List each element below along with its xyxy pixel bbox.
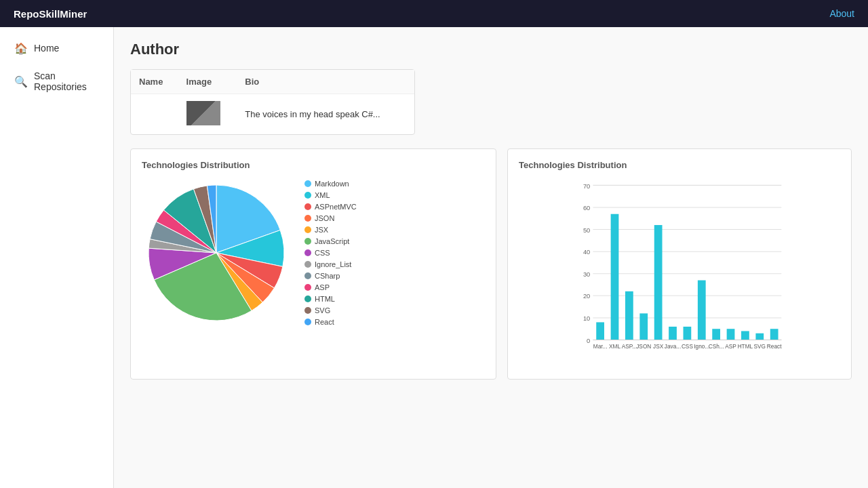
legend-label: ASPnetMVC: [315, 203, 357, 211]
svg-text:JSX: JSX: [653, 343, 664, 350]
legend-dot: [304, 284, 311, 291]
svg-rect-30: [698, 281, 706, 340]
svg-rect-38: [755, 333, 764, 340]
svg-rect-24: [654, 225, 663, 340]
bar-chart-box: Technologies Distribution 01020304050607…: [507, 148, 852, 380]
svg-text:ASP: ASP: [725, 343, 736, 350]
legend-dot: [304, 296, 311, 302]
sidebar-item-home[interactable]: 🏠 Home: [4, 35, 109, 61]
legend-label: JSON: [315, 214, 334, 222]
legend-item: React: [304, 318, 357, 326]
svg-text:CSh...: CSh...: [709, 343, 724, 350]
svg-rect-18: [611, 214, 619, 340]
legend-item: JSON: [304, 214, 357, 222]
bar-chart-svg: 010203040506070Mar...XMLASP...JSONJSXJav…: [519, 178, 840, 368]
legend-item: SVG: [304, 306, 357, 314]
col-image: Image: [178, 70, 237, 94]
svg-rect-16: [596, 322, 604, 340]
svg-text:30: 30: [583, 271, 590, 278]
author-image-cell: [178, 94, 237, 135]
pie-chart-title: Technologies Distribution: [142, 160, 485, 170]
legend-item: ASPnetMVC: [304, 203, 357, 211]
legend-item: HTML: [304, 295, 357, 303]
pie-chart-box: Technologies Distribution MarkdownXMLASP…: [130, 148, 496, 380]
legend-item: CSharp: [304, 272, 357, 280]
scan-icon: 🔍: [15, 75, 27, 87]
topbar: RepoSkillMiner About: [0, 0, 868, 27]
legend-label: CSS: [315, 249, 330, 257]
legend-dot: [304, 226, 311, 233]
bar-chart-title: Technologies Distribution: [519, 160, 840, 170]
author-image: [186, 101, 220, 125]
about-link[interactable]: About: [829, 8, 854, 19]
col-bio: Bio: [237, 70, 414, 94]
page-title: Author: [130, 41, 852, 58]
svg-rect-34: [727, 329, 735, 340]
legend-label: SVG: [315, 306, 330, 314]
legend-label: React: [315, 318, 334, 326]
svg-text:20: 20: [583, 293, 590, 300]
legend-item: CSS: [304, 249, 357, 257]
legend-label: CSharp: [315, 272, 340, 280]
legend-dot: [304, 272, 311, 279]
svg-text:HTML: HTML: [738, 343, 753, 350]
svg-text:JSON: JSON: [636, 343, 651, 350]
legend-label: Ignore_List: [315, 260, 351, 268]
svg-rect-20: [625, 291, 633, 340]
svg-text:40: 40: [583, 249, 590, 256]
legend-dot: [304, 238, 311, 245]
legend-label: Markdown: [315, 180, 349, 188]
legend-dot: [304, 180, 311, 187]
svg-text:Mar...: Mar...: [593, 343, 608, 350]
legend-label: XML: [315, 191, 330, 199]
svg-text:70: 70: [583, 183, 590, 190]
svg-text:SVG: SVG: [754, 343, 766, 350]
author-bio: The voices in my head speak C#...: [237, 94, 414, 135]
legend-dot: [304, 249, 311, 256]
bar-chart-area: 010203040506070Mar...XMLASP...JSONJSXJav…: [519, 178, 840, 368]
svg-text:60: 60: [583, 205, 590, 211]
content-area: Author Name Image Bio: [114, 27, 868, 488]
svg-text:Java...: Java...: [665, 343, 681, 350]
svg-text:React: React: [767, 343, 782, 350]
svg-text:Igno...: Igno...: [694, 343, 709, 350]
svg-text:ASP...: ASP...: [622, 343, 637, 350]
svg-rect-22: [639, 313, 648, 340]
svg-text:10: 10: [583, 315, 590, 322]
sidebar: 🏠 Home 🔍 Scan Repositories: [0, 27, 114, 488]
author-name: [131, 94, 178, 135]
main-layout: 🏠 Home 🔍 Scan Repositories Author Name I…: [0, 27, 868, 488]
legend-item: ASP: [304, 283, 357, 291]
svg-text:CSS: CSS: [682, 343, 694, 350]
legend-item: JavaScript: [304, 237, 357, 245]
sidebar-item-scan-label: Scan Repositories: [34, 70, 98, 92]
legend-item: Markdown: [304, 180, 357, 188]
sidebar-item-scan[interactable]: 🔍 Scan Repositories: [4, 64, 109, 99]
legend-dot: [304, 319, 311, 325]
author-row: The voices in my head speak C#...: [131, 94, 414, 135]
legend-item: XML: [304, 191, 357, 199]
pie-container: MarkdownXMLASPnetMVCJSONJSXJavaScriptCSS…: [142, 178, 485, 327]
app-brand: RepoSkillMiner: [14, 8, 87, 20]
svg-rect-28: [684, 327, 692, 340]
author-table-container: Name Image Bio The voices in my head spe…: [130, 69, 415, 135]
pie-legend: MarkdownXMLASPnetMVCJSONJSXJavaScriptCSS…: [304, 180, 357, 326]
legend-dot: [304, 215, 311, 222]
svg-rect-40: [770, 329, 778, 340]
svg-rect-36: [741, 331, 749, 340]
svg-rect-32: [712, 329, 720, 340]
pie-chart-svg: [142, 178, 291, 327]
svg-text:50: 50: [583, 227, 590, 234]
svg-rect-26: [669, 327, 677, 340]
svg-text:XML: XML: [609, 343, 620, 350]
legend-dot: [304, 261, 311, 268]
legend-item: JSX: [304, 226, 357, 234]
legend-label: JavaScript: [315, 237, 349, 245]
legend-dot: [304, 203, 311, 210]
legend-label: JSX: [315, 226, 328, 234]
author-table: Name Image Bio The voices in my head spe…: [131, 70, 414, 134]
svg-text:0: 0: [587, 338, 590, 344]
col-name: Name: [131, 70, 178, 94]
legend-item: Ignore_List: [304, 260, 357, 268]
legend-label: HTML: [315, 295, 335, 303]
